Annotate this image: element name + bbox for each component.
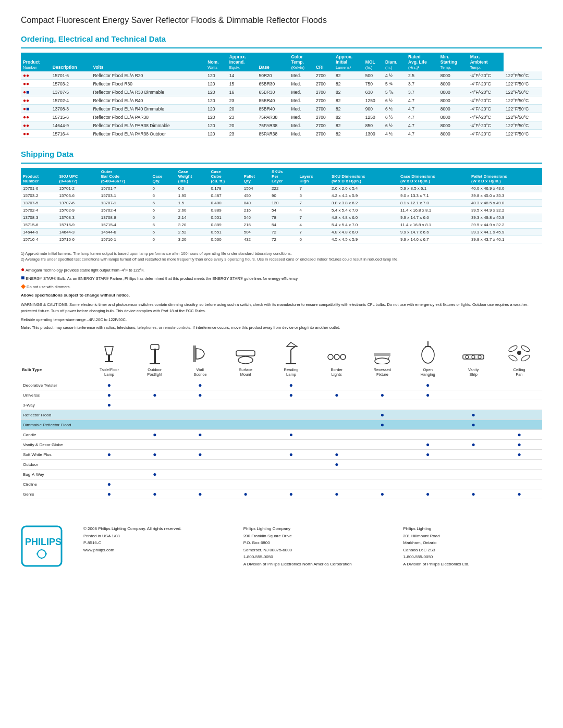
- footer: PHILIPS © 2008 Philips Lighting Company.…: [21, 515, 542, 568]
- sh-sku-dim: SKU Dimensions(W x D x H)(In.): [329, 168, 398, 185]
- compat-row-label: Universal: [21, 390, 87, 400]
- compat-cell-9: [496, 410, 542, 420]
- compat-cell-0: ●: [87, 380, 132, 390]
- order-equiv: 65BR30: [257, 88, 289, 96]
- ship-upc: 15716-6: [57, 236, 99, 243]
- compat-cell-5: [314, 380, 360, 390]
- compat-row-label: Soft White Plus: [21, 450, 87, 460]
- ship-case-dim: 8.1 x 12.1 x 7.0: [398, 200, 469, 207]
- order-life: 8000: [438, 105, 468, 113]
- order-watts: 14: [227, 71, 257, 80]
- compat-cell-1: [132, 380, 177, 390]
- order-dots: ●●: [21, 121, 51, 130]
- compat-cell-9: [496, 470, 542, 479]
- compat-cell-2: ●: [177, 430, 223, 440]
- compat-cell-2: [177, 410, 223, 420]
- compat-icon-wall-sconce: [177, 340, 223, 366]
- order-dots: ●●: [21, 96, 51, 105]
- footnote-item: 1) Approximate initial lumens. The lamp …: [21, 251, 542, 256]
- ship-upc: 15702-9: [57, 207, 99, 214]
- ship-case: 6: [150, 207, 176, 214]
- ship-sku-dim: 5.4 x 5.4 x 7.0: [329, 207, 398, 214]
- sh-pallet: PalletQty.: [242, 168, 270, 185]
- compat-icon-open-hanging: [405, 340, 450, 366]
- order-lumens: 630: [363, 88, 383, 96]
- legend-item: ◆ Do not use with dimmers.: [21, 282, 542, 290]
- order-min: -4°F/-20°C: [468, 130, 504, 138]
- compat-cell-7: ●: [405, 489, 450, 499]
- compat-row-label: Outdoor: [21, 460, 87, 470]
- order-number: 13707-5: [51, 88, 91, 96]
- compat-label-vanity-strip: VanityStrip: [450, 366, 496, 381]
- th-description: Description: [51, 53, 91, 71]
- sh-case-dim: Case Dimensions(W x D x H)(In.): [398, 168, 469, 185]
- ship-per: 78: [270, 214, 297, 221]
- order-mol: 4 ½: [383, 71, 406, 80]
- order-equiv: 75PAR38: [257, 113, 289, 121]
- ship-wt: 3.20: [176, 236, 209, 243]
- ship-pallet: 1554: [242, 185, 270, 192]
- svg-rect-2: [105, 361, 113, 362]
- ship-bar: 15702-4: [99, 207, 151, 214]
- order-max: 122°F/50°C: [504, 105, 542, 113]
- svg-line-19: [388, 356, 389, 359]
- order-base: Med.: [289, 105, 314, 113]
- compat-cell-9: ●: [496, 440, 542, 450]
- svg-rect-1: [108, 355, 110, 361]
- order-kelvin: 2700: [314, 113, 334, 121]
- th-cri: CRI: [314, 53, 334, 71]
- ship-pallet-dim: 39.5 x 44.9 x 32.2: [469, 207, 542, 214]
- ship-case: 6: [150, 214, 176, 221]
- ship-sku-dim: 2.6 x 2.6 x 5.4: [329, 185, 398, 192]
- ship-pallet: 504: [242, 229, 270, 236]
- ship-layers: 7: [298, 214, 330, 221]
- order-min: -4°F/-20°C: [468, 105, 504, 113]
- svg-marker-0: [105, 347, 113, 355]
- order-number: 15701-6: [51, 71, 91, 80]
- compat-cell-5: [314, 430, 360, 440]
- compat-cell-2: [177, 420, 223, 430]
- ship-case: 6: [150, 192, 176, 200]
- compat-cell-2: ●: [177, 380, 223, 390]
- order-mol: 4 ½: [383, 130, 406, 138]
- order-kelvin: 2700: [314, 130, 334, 138]
- sh-barcode: OuterBar Code(5-00-46677): [99, 168, 151, 185]
- page-title: Compact Fluorescent Energy Saver Reflect…: [21, 16, 542, 25]
- compat-label-table-lamp: Table/FloorLamp: [87, 366, 132, 381]
- ship-layers: 7: [298, 229, 330, 236]
- compat-cell-5: [314, 400, 360, 410]
- order-volts: 120: [205, 88, 227, 96]
- compat-cell-0: ●: [87, 479, 132, 489]
- order-equiv: 50R20: [257, 71, 289, 80]
- compat-cell-7: ●: [405, 380, 450, 390]
- compat-cell-8: [450, 390, 496, 400]
- svg-point-31: [508, 354, 518, 362]
- ship-num: 13707-5: [21, 200, 57, 207]
- order-life: 8000: [438, 130, 468, 138]
- footer-col3: Philips Lighting 281 Hillmount Road Mark…: [403, 525, 542, 568]
- compat-cell-4: [268, 410, 314, 420]
- order-diam: 4.7: [406, 113, 438, 121]
- compat-cell-1: [132, 440, 177, 450]
- order-min: -4°F/-20°C: [468, 96, 504, 105]
- th-lumens: Approx.InitialLumens¹: [334, 53, 363, 71]
- compat-cell-4: [268, 460, 314, 470]
- svg-point-21: [422, 347, 434, 363]
- order-desc: Reflector Flood EL/A PAR38: [91, 113, 205, 121]
- compat-cell-4: [268, 440, 314, 450]
- compat-cell-2: ●: [177, 390, 223, 400]
- compat-cell-1: ●: [132, 430, 177, 440]
- compat-icon-vanity-strip: [450, 340, 496, 366]
- order-number: 13708-3: [51, 105, 91, 113]
- svg-marker-11: [287, 342, 297, 347]
- compat-cell-9: [496, 380, 542, 390]
- ship-sku-dim: 3.8 x 3.8 x 6.2: [329, 200, 398, 207]
- legend-item: ● Amalgam Technology provides stable lig…: [21, 266, 542, 273]
- order-number: 15702-4: [51, 96, 91, 105]
- compat-cell-4: [268, 420, 314, 430]
- compat-label-reading-lamp: ReadingLamp: [268, 366, 314, 381]
- order-watts: 15: [227, 80, 257, 88]
- compat-label-wall-sconce: WallSconce: [177, 366, 223, 381]
- ship-sku-dim: 4.8 x 4.8 x 6.0: [329, 229, 398, 236]
- ship-cube: 0.551: [209, 229, 242, 236]
